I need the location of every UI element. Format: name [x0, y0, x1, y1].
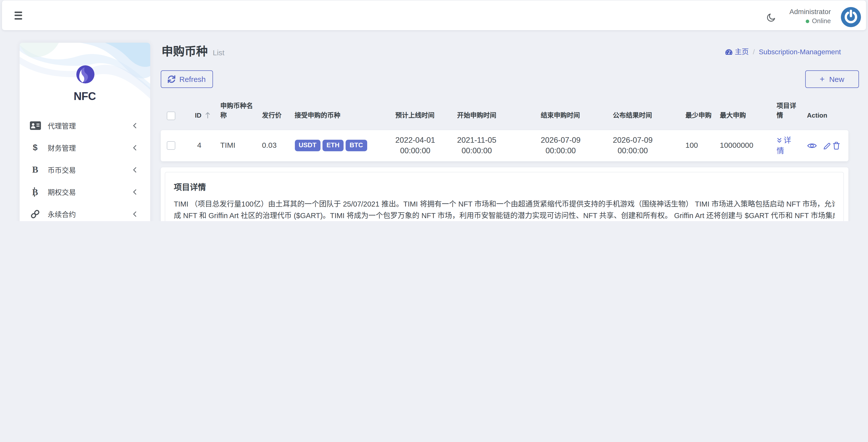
- svg-text:B: B: [32, 187, 38, 197]
